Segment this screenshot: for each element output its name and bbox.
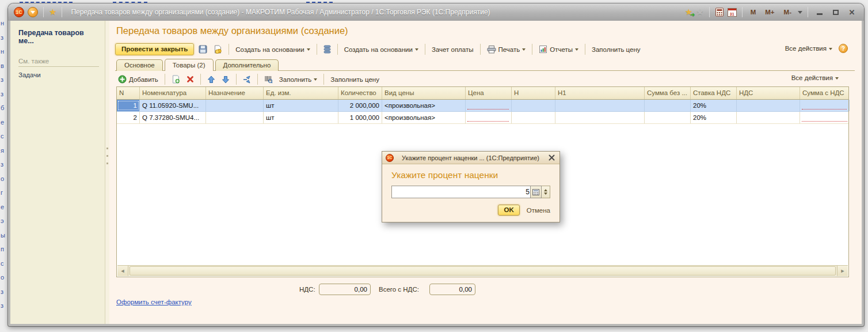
all-actions-button[interactable]: Все действия	[783, 44, 834, 53]
copy-row-button[interactable]	[170, 74, 182, 85]
vat-rate-cell[interactable]: 20%	[691, 112, 737, 123]
column-header[interactable]: НДС	[737, 87, 800, 99]
calendar-icon[interactable]: 31	[728, 8, 737, 17]
nomenclature-cell[interactable]: Q 7.37280-SMU4...	[140, 112, 206, 123]
spinner-up-icon[interactable]	[544, 187, 547, 191]
scroll-left-button[interactable]: ◄	[117, 266, 128, 276]
h-cell[interactable]	[512, 100, 555, 111]
table-row[interactable]: 2 Q 7.37280-SMU4... шт 1 000,000 <произв…	[117, 112, 848, 124]
calculator-button[interactable]	[530, 186, 542, 198]
row-number-cell[interactable]: 1	[117, 100, 140, 111]
price-kind-cell[interactable]: <произвольная>	[382, 100, 466, 111]
vat-rate-cell[interactable]: 20%	[691, 100, 737, 111]
chevron-down-icon	[307, 48, 310, 52]
unit-cell[interactable]: шт	[264, 112, 338, 123]
column-header[interactable]: Назначение	[206, 87, 264, 99]
chevron-down-icon[interactable]	[798, 11, 802, 16]
move-up-button[interactable]	[205, 74, 217, 85]
column-header[interactable]: Сумма без ...	[645, 87, 691, 99]
horizontal-scrollbar[interactable]: ◄ ►	[117, 265, 848, 276]
sum-without-vat-cell[interactable]	[645, 100, 691, 111]
move-down-button[interactable]	[220, 74, 231, 85]
ok-button[interactable]: OK	[498, 205, 519, 216]
column-header[interactable]: Цена	[466, 87, 512, 99]
create-based-on-button-1[interactable]: Создать на основании	[234, 45, 311, 54]
scroll-right-button[interactable]: ►	[837, 266, 848, 276]
column-header[interactable]: Номенклатура	[140, 87, 206, 99]
print-button[interactable]: Печать	[485, 44, 528, 55]
h1-cell[interactable]	[555, 100, 645, 111]
vat-cell[interactable]	[737, 100, 800, 111]
close-button[interactable]: ✕	[846, 7, 858, 17]
h1-cell[interactable]	[555, 112, 645, 123]
barcode-scan-button[interactable]	[262, 74, 275, 85]
price-cell[interactable]	[466, 112, 512, 123]
tab-main[interactable]: Основное	[116, 59, 163, 71]
row-number-cell[interactable]: 2	[117, 112, 140, 123]
maximize-button[interactable]	[829, 7, 842, 17]
h-cell[interactable]	[512, 112, 555, 123]
fill-button[interactable]: Заполнить	[277, 75, 319, 84]
table-all-actions-button[interactable]: Все действия	[791, 74, 839, 81]
calculator-icon[interactable]	[715, 7, 724, 17]
price-kind-cell[interactable]: <произвольная>	[382, 112, 466, 123]
divider	[709, 7, 710, 17]
spinner-down-icon[interactable]	[544, 193, 547, 197]
column-header[interactable]: Ставка НДС	[691, 87, 737, 99]
quantity-cell[interactable]: 2 000,000	[338, 100, 382, 111]
help-icon[interactable]: ?	[839, 44, 848, 53]
main-menu-button[interactable]	[28, 7, 38, 17]
divider	[808, 7, 808, 17]
column-header[interactable]: Н1	[555, 87, 645, 99]
delete-row-button[interactable]	[185, 74, 196, 84]
reports-button[interactable]: Отчеты	[537, 44, 580, 55]
column-header[interactable]: Вид цены	[382, 87, 466, 99]
favorites-star-icon[interactable]: ★	[49, 7, 56, 17]
unit-cell[interactable]: шт	[264, 100, 338, 111]
create-invoice-link[interactable]: Оформить счет-фактуру	[116, 299, 192, 305]
minimize-button[interactable]	[813, 7, 826, 17]
column-header[interactable]: Сумма с НДС	[800, 87, 850, 99]
purpose-cell[interactable]	[206, 112, 264, 123]
column-header[interactable]: Ед. изм.	[264, 87, 338, 99]
vat-cell[interactable]	[737, 112, 800, 123]
column-header[interactable]: N	[117, 87, 140, 99]
add-favorite-icon[interactable]: ★➜	[685, 7, 692, 17]
save-button[interactable]	[197, 44, 209, 55]
price-cell[interactable]	[466, 100, 512, 111]
sum-with-vat-cell[interactable]	[800, 112, 850, 123]
nomenclature-cell[interactable]: Q 11.05920-SMU...	[140, 100, 206, 111]
create-based-on-button-2[interactable]: Создать на основании	[342, 45, 420, 54]
table-row[interactable]: 1 Q 11.05920-SMU... шт 2 000,000 <произв…	[117, 100, 848, 112]
add-row-button[interactable]: Добавить	[116, 74, 160, 85]
markup-percent-input[interactable]	[391, 186, 530, 198]
table-fill-price-button[interactable]: Заполнить цену	[329, 75, 381, 84]
post-and-close-button[interactable]: Провести и закрыть	[115, 43, 194, 55]
cancel-button[interactable]: Отмена	[527, 207, 550, 214]
sidebar-splitter[interactable]	[105, 21, 109, 324]
sum-with-vat-cell[interactable]	[800, 100, 850, 111]
document-coins-icon	[214, 45, 222, 54]
column-header[interactable]: Количество	[338, 87, 382, 99]
memory-m-button[interactable]: M	[748, 9, 759, 16]
post-document-button[interactable]	[212, 44, 224, 55]
memory-m-minus-button[interactable]: M-	[781, 9, 794, 16]
sort-split-button[interactable]	[241, 74, 253, 85]
offset-payment-button[interactable]: Зачет оплаты	[430, 45, 475, 54]
structure-button[interactable]	[322, 44, 333, 55]
vat-total-field: 0,00	[319, 284, 371, 295]
scrollbar-thumb[interactable]	[130, 266, 836, 276]
sum-without-vat-cell[interactable]	[645, 112, 691, 123]
quantity-cell[interactable]: 1 000,000	[338, 112, 382, 123]
fill-price-button[interactable]: Заполнить цену	[590, 45, 642, 54]
column-header[interactable]: Н	[512, 87, 555, 99]
minimize-icon	[817, 13, 823, 15]
dialog-close-button[interactable]	[547, 154, 556, 161]
tab-goods[interactable]: Товары (2)	[165, 59, 214, 71]
value-spinner[interactable]	[542, 186, 550, 198]
app-logo-icon[interactable]: 1С	[14, 7, 24, 17]
purpose-cell[interactable]	[206, 100, 264, 111]
tab-additional[interactable]: Дополнительно	[215, 59, 279, 71]
memory-m-plus-button[interactable]: M+	[762, 9, 777, 16]
sidebar-item-tasks[interactable]: Задачи	[18, 71, 99, 78]
